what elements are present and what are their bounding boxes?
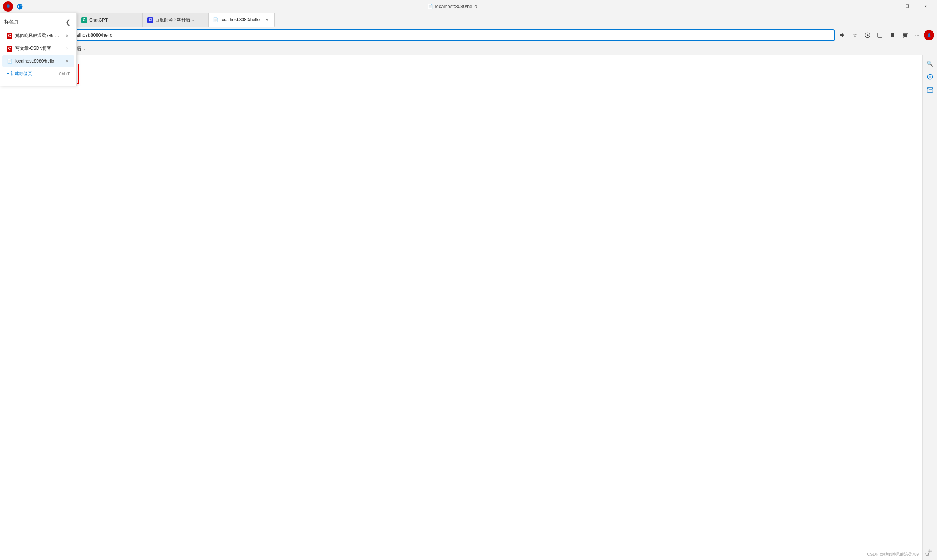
csdn1-close-button[interactable]: ✕ [64, 33, 70, 39]
localhost-tab-favicon: 📄 [213, 17, 218, 22]
chatgpt-tab-label: ChatGPT [89, 18, 138, 23]
footer-watermark: CSDN @她似晚风般温柔789 [867, 552, 919, 557]
main-layout: Hello World！ 🔍 + [0, 55, 937, 560]
csdn2-favicon: C [6, 46, 12, 52]
csdn2-label: 写文章-CSDN博客 [15, 45, 61, 52]
sidebar-item-localhost[interactable]: 📄 localhost:8080/hello ✕ [2, 55, 74, 67]
tab-baidu[interactable]: 百 百度翻译-200种语... [143, 13, 209, 27]
new-tab-shortcut: Ctrl+T [59, 72, 70, 76]
address-bar[interactable]: ⓘ localhost:8080/hello [58, 29, 834, 41]
svg-point-0 [17, 4, 23, 9]
favorites-button[interactable]: ☆ [849, 29, 861, 41]
copilot-button[interactable] [924, 71, 936, 83]
tabs-sidebar-panel: 标签页 ❮ C 她似晚风般温柔789-CSDN博客 ✕ C 写文章-CSDN博客… [0, 13, 77, 86]
outlook-button[interactable] [924, 84, 936, 96]
footer-settings[interactable]: ⚙ [925, 551, 930, 557]
read-aloud-button[interactable] [837, 29, 848, 41]
localhost-label: localhost:8080/hello [15, 58, 61, 64]
search-sidebar-button[interactable]: 🔍 [924, 58, 936, 69]
sidebar-item-csdn1[interactable]: C 她似晚风般温柔789-CSDN博客 ✕ [2, 30, 74, 42]
browser-essentials-button[interactable] [862, 29, 873, 41]
csdn1-favicon: C [6, 33, 12, 39]
tab-area: 标签页 ❮ C 她似晚风般温柔789-CSDN博客 ✕ C 写文章-CSDN博客… [0, 13, 937, 27]
titlebar-left: 👤 [3, 2, 23, 12]
toolbar-icons: ☆ ··· 👤 [837, 29, 934, 41]
close-button[interactable]: ✕ [917, 0, 934, 13]
add-tab-button[interactable]: + [274, 13, 288, 27]
tab-chatgpt[interactable]: C ChatGPT [77, 13, 143, 27]
settings-icon: ⚙ [925, 551, 930, 557]
sidebar-item-csdn2[interactable]: C 写文章-CSDN博客 ✕ [2, 43, 74, 55]
split-screen-button[interactable] [874, 29, 886, 41]
localhost-close-button[interactable]: ✕ [64, 58, 70, 64]
avatar[interactable]: 👤 [3, 2, 13, 12]
tab-localhost[interactable]: 📄 localhost:8080/hello ✕ [209, 13, 274, 27]
localhost-tab-close[interactable]: ✕ [264, 17, 270, 23]
address-text: localhost:8080/hello [70, 32, 830, 38]
chatgpt-favicon: C [81, 17, 87, 23]
right-sidebar: 🔍 + [922, 55, 937, 560]
csdn2-close-button[interactable]: ✕ [64, 46, 70, 52]
more-button[interactable]: ··· [911, 29, 923, 41]
shopping-button[interactable] [899, 29, 911, 41]
maximize-button[interactable]: ❐ [899, 0, 916, 13]
page-content: Hello World！ [0, 55, 922, 93]
titlebar: 👤 📄 localhost:8080/hello − ❐ ✕ [0, 0, 937, 13]
baidu-favicon: 百 [147, 17, 153, 23]
titlebar-title: 📄 localhost:8080/hello [427, 4, 477, 9]
sidebar-header: 标签页 ❮ [0, 16, 77, 29]
titlebar-controls: − ❐ ✕ [881, 0, 934, 13]
titlebar-title-text: localhost:8080/hello [435, 4, 477, 9]
minimize-button[interactable]: − [881, 0, 897, 13]
bookmarks-bar: C ChatGPT 百 百度翻译-200种语... [0, 43, 937, 55]
new-tab-button[interactable]: + 新建标签页 Ctrl+T [2, 68, 74, 80]
new-tab-label: + 新建标签页 [6, 71, 32, 77]
tabbar: C ChatGPT 百 百度翻译-200种语... 📄 localhost:80… [0, 13, 937, 27]
sidebar-title: 标签页 [5, 18, 18, 25]
csdn1-label: 她似晚风般温柔789-CSDN博客 [15, 32, 61, 39]
address-bar-row: ← → ↻ ⌂ ⓘ localhost:8080/hello ☆ ··· 👤 [0, 27, 937, 43]
localhost-tab-label: localhost:8080/hello [221, 17, 262, 22]
page-icon: 📄 [427, 4, 433, 9]
edge-icon[interactable] [16, 3, 23, 10]
content-area: Hello World！ [0, 55, 922, 560]
collections-button[interactable] [886, 29, 898, 41]
baidu-tab-label: 百度翻译-200种语... [155, 17, 204, 23]
footer-text: CSDN @她似晚风般温柔789 [867, 552, 919, 556]
sidebar-close-button[interactable]: ❮ [63, 18, 72, 26]
localhost-favicon: 📄 [6, 58, 12, 64]
profile-avatar[interactable]: 👤 [924, 30, 934, 40]
